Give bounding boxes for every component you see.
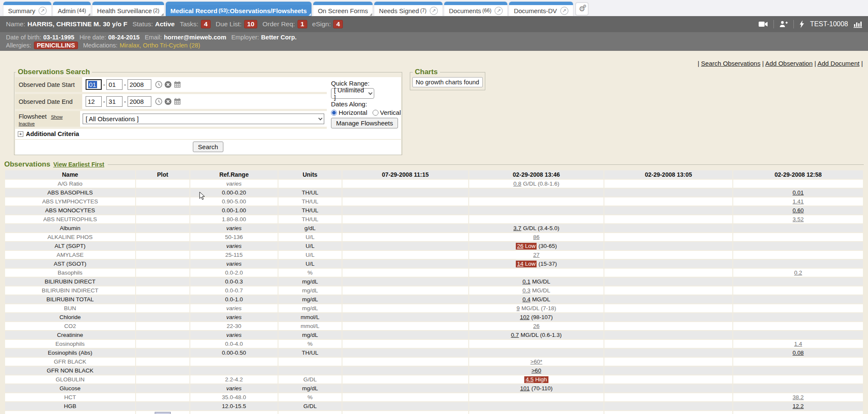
gear-small-icon: ⚙ — [583, 4, 587, 8]
value-link[interactable]: 9 — [517, 305, 520, 311]
value-link[interactable]: 0.1 — [523, 278, 531, 285]
search-button[interactable]: Search — [193, 142, 223, 152]
value-link[interactable]: 3.52 — [793, 216, 804, 222]
tab-needs-signed[interactable]: Needs Signed(7)↗ — [374, 2, 442, 16]
value-link[interactable]: 86 — [533, 234, 540, 240]
lightning-icon[interactable] — [799, 20, 804, 28]
tab-medical-record[interactable]: Medical Record(53):Observations/Flowshee… — [166, 2, 312, 16]
ref-range-cell: 0.0-2.0 — [190, 269, 278, 277]
sparkline-plot-icon[interactable] — [155, 412, 171, 414]
value-link[interactable]: 0.3 — [523, 287, 531, 294]
ref-range-cell: varies — [190, 304, 278, 312]
value-cell: 101(70-110) — [469, 384, 604, 392]
value-link[interactable]: 1.4 — [794, 341, 802, 347]
tab-on-screen-forms[interactable]: On Screen Forms — [313, 2, 373, 16]
count-badge-tasks[interactable]: 4 — [201, 20, 211, 28]
value-cell — [604, 331, 733, 339]
tab-documents[interactable]: Documents(66)↗ — [444, 2, 507, 16]
calendar-icon[interactable] — [174, 98, 181, 105]
external-link-icon[interactable]: ↗ — [39, 7, 47, 15]
value-link[interactable]: 102 — [520, 314, 530, 320]
date-start-day-input[interactable]: 01 — [106, 79, 122, 90]
value-link[interactable]: 26 — [533, 323, 540, 329]
flagged-value[interactable]: 26 Low — [516, 243, 537, 250]
add-document-link[interactable]: Add Document — [818, 60, 860, 67]
value-link[interactable]: 0.01 — [793, 189, 804, 196]
clear-date-icon[interactable] — [164, 81, 172, 88]
value-cell — [342, 197, 469, 206]
tab-summary[interactable]: Summary↗ — [3, 2, 51, 16]
value-link[interactable]: 0.2 — [794, 270, 802, 276]
external-link-icon[interactable]: ↗ — [560, 7, 568, 15]
date-end-year-input[interactable]: 2008 — [128, 96, 151, 107]
calendar-icon[interactable] — [174, 81, 181, 88]
value-link[interactable]: 0.60 — [793, 207, 804, 214]
date-end-month-input[interactable]: 12 — [86, 96, 102, 107]
value-link[interactable]: 1.41 — [793, 198, 804, 205]
clock-icon[interactable] — [155, 81, 162, 88]
value-link[interactable]: 0.08 — [793, 350, 804, 356]
search-observations-link[interactable]: Search Observations — [701, 60, 760, 67]
ref-range-cell: 0.00-1.00 — [190, 206, 278, 214]
external-link-icon[interactable]: ↗ — [495, 7, 503, 15]
value-link[interactable]: 0.4 — [523, 296, 531, 303]
tab-documents-dv[interactable]: Documents-DV↗ — [509, 2, 573, 16]
medication-link[interactable]: Ortho Tri-Cyclen (28) — [143, 42, 200, 49]
radio-vertical[interactable]: Vertical — [373, 109, 401, 116]
video-camera-icon[interactable] — [759, 21, 768, 27]
clear-date-icon[interactable] — [164, 98, 172, 105]
flowsheet-select[interactable]: [ All Observations ] — [83, 114, 324, 124]
no-charts-message: No growth charts found — [412, 77, 483, 87]
observation-name: Creatinine — [5, 331, 135, 339]
value-link[interactable]: 0.7 — [511, 332, 519, 338]
manage-flowsheets-button[interactable]: Manage Flowsheets — [331, 118, 398, 128]
observation-row-ast-sgot: AST (SGOT)variesU/L14 Low(15-37) — [5, 260, 863, 268]
expand-plus-icon[interactable]: + — [18, 131, 23, 137]
flagged-value[interactable]: 4.5 High — [524, 376, 548, 383]
quick-range-select[interactable]: [ Unlimited ] — [331, 88, 374, 99]
units-cell: U/L — [278, 242, 341, 250]
observation-name: GFR BLACK — [5, 358, 135, 366]
units-cell: mg/dL — [278, 384, 341, 392]
value-link[interactable]: >60 — [531, 367, 541, 374]
radio-horizontal[interactable]: Horizontal — [331, 109, 367, 116]
value-link[interactable]: 101 — [520, 385, 530, 392]
count-badge-due-list[interactable]: 10 — [244, 20, 257, 28]
tab-admin[interactable]: Admin(44) — [53, 2, 91, 16]
value-link[interactable]: 12.2 — [793, 403, 804, 409]
clock-icon[interactable] — [155, 98, 162, 105]
value-link[interactable]: 38.2 — [793, 394, 804, 400]
settings-gear-button[interactable]: ⚙ ⚙ — [576, 3, 588, 15]
value-link[interactable]: >60* — [530, 358, 542, 365]
search-button-row: Search — [15, 140, 401, 155]
tab-health-surveillance[interactable]: Health Surveillance(2) — [92, 2, 164, 16]
flagged-value[interactable]: 14 Low — [516, 261, 537, 267]
value-link[interactable]: 3.7 — [513, 225, 521, 231]
date-end-day-input[interactable]: 31 — [106, 96, 122, 107]
value-cell — [342, 358, 469, 366]
value-link[interactable]: 0.8 — [513, 181, 521, 187]
medication-link[interactable]: Miralax — [120, 42, 139, 49]
allergy-badge[interactable]: PENICILLINS — [34, 42, 78, 49]
person-add-icon[interactable] — [779, 21, 788, 28]
count-badge-order-req[interactable]: 1 — [298, 20, 307, 28]
units-cell: U/L — [278, 260, 341, 268]
date-start-year-input[interactable]: 2008 — [128, 79, 151, 90]
view-earliest-first-link[interactable]: View Earliest First — [53, 161, 104, 168]
value-cell — [342, 322, 469, 330]
add-observation-link[interactable]: Add Observation — [765, 60, 813, 67]
units-cell — [278, 411, 341, 414]
date-start-month-input[interactable]: 01 — [86, 79, 102, 90]
value-cell — [342, 402, 469, 410]
value-cell — [604, 375, 733, 383]
divider — [773, 20, 774, 28]
value-cell — [604, 278, 733, 286]
value-link[interactable]: 27 — [533, 252, 540, 258]
observation-row-hgb: HGB12.0-15.5G/DL12.2 — [5, 402, 863, 410]
bar-chart-icon[interactable] — [854, 21, 862, 28]
external-link-icon[interactable]: ↗ — [430, 7, 438, 15]
units-cell: TH/UL — [278, 215, 341, 223]
plot-cell — [136, 286, 189, 295]
value-cell — [604, 295, 733, 303]
count-badge-esign[interactable]: 4 — [333, 20, 343, 28]
